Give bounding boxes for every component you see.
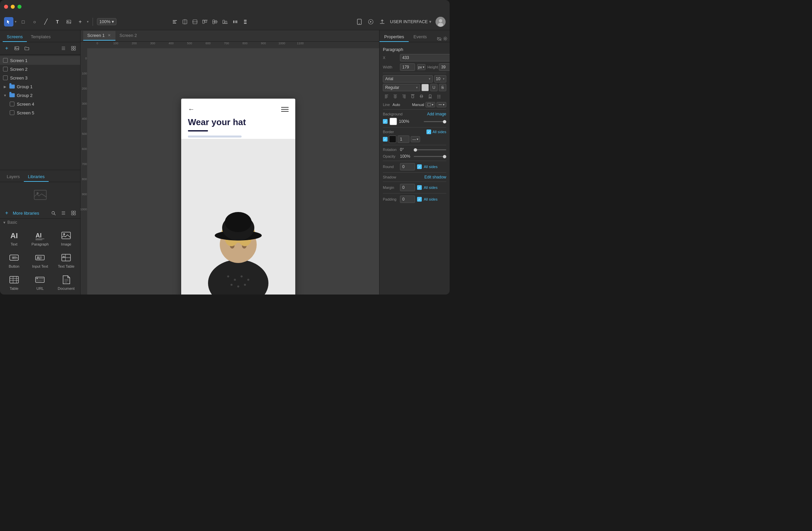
align-left-icon[interactable] bbox=[171, 18, 178, 26]
x-input[interactable] bbox=[400, 54, 450, 61]
align-bottom-icon[interactable] bbox=[221, 18, 229, 26]
add-image-link[interactable]: Add image bbox=[427, 112, 446, 116]
border-color-swatch[interactable] bbox=[389, 135, 396, 143]
tree-item-group2[interactable]: ▼ Group 2 bbox=[0, 91, 80, 100]
distribute-v-icon[interactable] bbox=[242, 18, 249, 26]
line-tool[interactable]: ╱ bbox=[41, 17, 51, 27]
tree-item-screen1[interactable]: Screen 1 bbox=[0, 56, 80, 65]
add-image-button[interactable] bbox=[13, 44, 21, 52]
width-input[interactable] bbox=[400, 63, 415, 71]
traffic-light-green[interactable] bbox=[17, 5, 21, 9]
mobile-icon[interactable] bbox=[356, 18, 363, 26]
border-checkbox[interactable]: ✓ bbox=[426, 130, 431, 134]
width-unit-select[interactable]: px ▾ bbox=[417, 64, 425, 70]
tree-item-screen4[interactable]: Screen 4 bbox=[0, 100, 80, 108]
line-height-sel[interactable]: ▾ bbox=[425, 102, 435, 107]
search-library-button[interactable] bbox=[49, 209, 57, 217]
align-right-icon[interactable] bbox=[191, 18, 199, 26]
tab-libraries[interactable]: Libraries bbox=[24, 172, 49, 182]
line-style-sel[interactable]: ▾ bbox=[436, 102, 446, 107]
component-text-table[interactable]: AI Text Table bbox=[53, 250, 79, 271]
rectangle-tool[interactable]: □ bbox=[18, 17, 28, 27]
screen-tab-1-close[interactable]: ✕ bbox=[107, 33, 112, 38]
align-center-text-btn[interactable] bbox=[392, 92, 399, 100]
text-tool[interactable]: T bbox=[53, 17, 62, 27]
component-text[interactable]: AI Text bbox=[1, 227, 27, 249]
tab-templates[interactable]: Templates bbox=[27, 32, 55, 42]
valign-bottom-btn[interactable] bbox=[426, 92, 434, 100]
component-document[interactable]: Document bbox=[53, 272, 79, 293]
valign-top-btn[interactable] bbox=[409, 92, 416, 100]
tab-screens[interactable]: Screens bbox=[3, 32, 27, 42]
padding-all-sides-link[interactable]: All sides bbox=[424, 197, 437, 201]
tree-item-screen2[interactable]: Screen 2 bbox=[0, 65, 80, 73]
opacity-slider[interactable] bbox=[414, 156, 446, 157]
round-all-sides-checkbox[interactable]: ✓ bbox=[417, 164, 422, 169]
margin-all-sides-link[interactable]: All sides bbox=[424, 186, 437, 190]
margin-input[interactable] bbox=[400, 184, 415, 191]
border-width-input[interactable] bbox=[397, 135, 409, 143]
basic-section-header[interactable]: ▼ Basic bbox=[0, 219, 80, 226]
tree-item-screen3[interactable]: Screen 3 bbox=[0, 73, 80, 82]
component-input-text[interactable]: AI Input Text bbox=[28, 250, 53, 271]
align-center-icon[interactable] bbox=[181, 18, 189, 26]
play-icon[interactable] bbox=[367, 18, 375, 26]
list-library-button[interactable] bbox=[59, 209, 68, 217]
strikethrough-button[interactable]: S bbox=[439, 84, 446, 91]
select-chevron[interactable]: ▾ bbox=[15, 20, 16, 24]
add-screen-button[interactable]: + bbox=[3, 44, 11, 52]
underline-button[interactable]: U bbox=[430, 84, 437, 91]
tab-layers[interactable]: Layers bbox=[3, 172, 24, 182]
align-top-icon[interactable] bbox=[201, 18, 209, 26]
component-button[interactable]: BTN Button bbox=[1, 250, 27, 271]
phone-hamburger[interactable] bbox=[281, 107, 289, 112]
text-color-swatch[interactable] bbox=[421, 84, 429, 91]
background-checkbox[interactable]: ✓ bbox=[383, 119, 388, 124]
phone-back-arrow[interactable]: ← bbox=[188, 105, 194, 113]
add-tool[interactable]: + bbox=[75, 17, 85, 27]
circle-tool[interactable]: ○ bbox=[30, 17, 39, 27]
font-select[interactable]: Arial ▾ bbox=[383, 75, 433, 83]
align-right-text-btn[interactable] bbox=[400, 92, 408, 100]
tree-item-screen5[interactable]: Screen 5 bbox=[0, 108, 80, 117]
bg-color-swatch[interactable] bbox=[390, 118, 397, 125]
tab-properties[interactable]: Properties bbox=[379, 32, 409, 42]
align-middle-icon[interactable] bbox=[212, 18, 219, 26]
select-tool[interactable] bbox=[4, 17, 13, 27]
align-left-btn[interactable] bbox=[383, 92, 390, 100]
add-chevron[interactable]: ▾ bbox=[87, 20, 89, 24]
tab-events[interactable]: Events bbox=[409, 32, 432, 42]
grid-library-button[interactable] bbox=[70, 209, 77, 217]
tree-item-group1[interactable]: ▶ Group 1 bbox=[0, 82, 80, 91]
canvas-scroll[interactable]: ← ← bbox=[87, 48, 379, 295]
border-enabled-checkbox[interactable]: ✓ bbox=[383, 137, 388, 142]
project-name[interactable]: USER INTERFACE ▾ bbox=[390, 19, 432, 24]
rotation-slider[interactable] bbox=[414, 149, 446, 150]
screen-tab-1[interactable]: Screen 1 ✕ bbox=[83, 31, 115, 41]
more-libraries-link[interactable]: More libraries bbox=[13, 211, 39, 216]
settings-icon[interactable] bbox=[443, 36, 448, 42]
height-input[interactable] bbox=[439, 63, 450, 71]
add-library-button[interactable]: + bbox=[3, 209, 11, 217]
distribute-h-icon[interactable] bbox=[232, 18, 239, 26]
component-url[interactable]: URL bbox=[28, 272, 53, 293]
upload-icon[interactable] bbox=[378, 18, 386, 26]
margin-all-sides-checkbox[interactable]: ✓ bbox=[417, 185, 422, 190]
border-all-sides[interactable]: All sides bbox=[433, 130, 446, 134]
component-paragraph[interactable]: AI Paragraph bbox=[28, 227, 53, 249]
bullet-list-btn[interactable] bbox=[435, 92, 443, 100]
list-view-button[interactable] bbox=[59, 44, 68, 52]
grid-view-button[interactable] bbox=[70, 44, 77, 52]
image-tool[interactable] bbox=[64, 17, 73, 27]
valign-middle-btn[interactable] bbox=[418, 92, 425, 100]
round-input[interactable] bbox=[400, 163, 415, 171]
edit-shadow-link[interactable]: Edit shadow bbox=[424, 175, 446, 179]
hide-icon[interactable] bbox=[437, 36, 441, 42]
bg-opacity-slider[interactable] bbox=[424, 121, 447, 122]
traffic-light-red[interactable] bbox=[4, 5, 8, 9]
screen-tab-2[interactable]: Screen 2 bbox=[115, 31, 141, 41]
font-style-select[interactable]: Regular ▾ bbox=[383, 84, 420, 91]
traffic-light-yellow[interactable] bbox=[11, 5, 15, 9]
border-style-select[interactable]: — ▾ bbox=[411, 136, 420, 142]
component-table[interactable]: Table bbox=[1, 272, 27, 293]
